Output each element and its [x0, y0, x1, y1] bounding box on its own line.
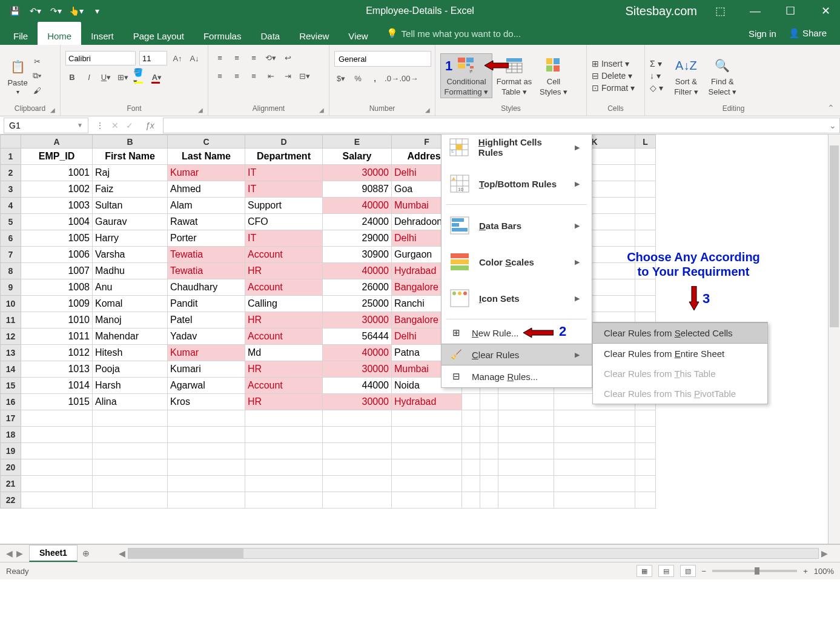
column-header[interactable]: A [21, 135, 93, 148]
menu-color-scales[interactable]: Color Scales ▶ [441, 244, 592, 280]
cell[interactable] [93, 492, 168, 509]
cell[interactable]: 30000 [323, 312, 392, 329]
cell[interactable]: 1013 [21, 361, 93, 378]
fill-button[interactable]: ↓ ▾ [650, 71, 663, 81]
cell[interactable] [21, 443, 93, 459]
insert-cells-button[interactable]: ⊞ Insert ▾ [592, 59, 635, 68]
horizontal-scrollbar[interactable]: ◀ ▶ [119, 547, 828, 559]
cell[interactable]: 1001 [21, 165, 93, 181]
cell[interactable]: Account [245, 378, 323, 394]
cell[interactable] [635, 279, 656, 296]
cell[interactable]: 1010 [21, 312, 93, 329]
number-format-select[interactable] [334, 51, 431, 67]
add-sheet-button[interactable]: ⊕ [78, 545, 94, 562]
bold-button[interactable]: B [65, 70, 79, 84]
cell[interactable]: 30000 [323, 394, 392, 410]
copy-icon[interactable]: ⧉▾ [30, 69, 44, 82]
row-header[interactable]: 9 [1, 279, 21, 296]
cell[interactable] [635, 214, 656, 230]
cell[interactable] [245, 427, 323, 443]
menu-top-bottom-rules[interactable]: 10 Top/Bottom Rules ▶ [441, 165, 592, 202]
cell[interactable]: HR [245, 312, 323, 329]
cell[interactable] [498, 476, 554, 492]
cell[interactable]: 1002 [21, 181, 93, 198]
find-select-button[interactable]: 🔍 Find & Select ▾ [704, 54, 741, 98]
sheet-nav-prev-icon[interactable]: ◀ [6, 549, 13, 558]
cell[interactable]: 30000 [323, 165, 392, 181]
column-heading-cell[interactable]: Salary [323, 148, 392, 165]
cell[interactable] [480, 459, 498, 476]
cell[interactable]: Komal [93, 296, 168, 312]
cell[interactable] [392, 443, 462, 459]
ribbon-display-options-icon[interactable]: ⬚ [708, 0, 732, 22]
cell[interactable] [480, 476, 498, 492]
cell[interactable]: 40000 [323, 263, 392, 279]
maximize-icon[interactable]: ☐ [778, 0, 802, 22]
cell[interactable]: 90887 [323, 181, 392, 198]
tab-review[interactable]: Review [289, 22, 339, 45]
sort-filter-button[interactable]: A↓Z Sort & Filter ▾ [668, 54, 704, 98]
cell[interactable]: Agarwal [168, 378, 245, 394]
cell[interactable] [635, 165, 656, 181]
cell[interactable] [480, 492, 498, 509]
cell[interactable]: Chaudhary [168, 279, 245, 296]
cell[interactable]: Alam [168, 198, 245, 214]
view-page-layout-icon[interactable]: ▤ [658, 565, 674, 577]
menu-manage-rules[interactable]: ⊟ Manage Rules... [441, 365, 592, 387]
cell[interactable] [635, 296, 656, 312]
cell[interactable] [480, 394, 498, 410]
tab-view[interactable]: View [339, 22, 377, 45]
cell[interactable] [168, 492, 245, 509]
cell[interactable]: Madhu [93, 263, 168, 279]
cell[interactable] [635, 492, 656, 509]
cell[interactable] [168, 443, 245, 459]
font-color-button[interactable]: A▾ [150, 70, 164, 84]
fill-color-button[interactable]: 🪣▾ [133, 70, 147, 84]
formula-input[interactable] [163, 118, 825, 133]
column-heading-cell[interactable]: Department [245, 148, 323, 165]
align-bottom-icon[interactable]: ≡ [247, 51, 260, 64]
cell[interactable] [554, 459, 635, 476]
column-header[interactable]: L [635, 135, 656, 148]
cell[interactable]: Harsh [93, 378, 168, 394]
cell[interactable]: 24000 [323, 214, 392, 230]
cell[interactable]: Sultan [93, 198, 168, 214]
font-name-select[interactable] [65, 51, 136, 65]
cell[interactable] [21, 459, 93, 476]
row-header[interactable]: 20 [1, 459, 21, 476]
submenu-clear-entire-sheet[interactable]: Clear Rules from Entire Sheet [593, 344, 767, 364]
cell[interactable]: HR [245, 394, 323, 410]
cell[interactable]: HR [245, 361, 323, 378]
view-page-break-icon[interactable]: ▧ [680, 565, 696, 577]
tab-file[interactable]: File [4, 22, 38, 45]
decrease-decimal-icon[interactable]: .00→ [402, 72, 415, 85]
underline-button[interactable]: U▾ [99, 70, 113, 84]
collapse-ribbon-icon[interactable]: ⌃ [822, 45, 840, 116]
cell[interactable] [323, 459, 392, 476]
cell[interactable]: 1005 [21, 230, 93, 247]
cell[interactable]: 1014 [21, 378, 93, 394]
cell[interactable] [498, 427, 554, 443]
cell[interactable]: Porter [168, 230, 245, 247]
cell[interactable]: Account [245, 329, 323, 345]
row-header[interactable]: 2 [1, 165, 21, 181]
cell[interactable] [554, 410, 635, 427]
increase-font-icon[interactable]: A↑ [171, 52, 184, 65]
cell[interactable] [462, 410, 480, 427]
cell[interactable] [462, 459, 480, 476]
view-normal-icon[interactable]: ▦ [637, 565, 652, 577]
cell[interactable] [245, 476, 323, 492]
cell[interactable] [323, 476, 392, 492]
submenu-clear-selected-cells[interactable]: Clear Rules from Selected Cells [593, 322, 767, 344]
menu-highlight-cells-rules[interactable]: ≤ HHighlight Cells Rulesighlight Cells R… [441, 135, 592, 165]
name-box[interactable]: G1▼ [4, 118, 88, 133]
cell[interactable] [392, 492, 462, 509]
cell[interactable]: Varsha [93, 247, 168, 263]
tab-data[interactable]: Data [251, 22, 289, 45]
percent-format-icon[interactable]: % [351, 72, 365, 85]
cell[interactable]: 40000 [323, 198, 392, 214]
cell[interactable] [93, 410, 168, 427]
cell[interactable] [480, 443, 498, 459]
row-header[interactable]: 3 [1, 181, 21, 198]
cell[interactable] [462, 476, 480, 492]
